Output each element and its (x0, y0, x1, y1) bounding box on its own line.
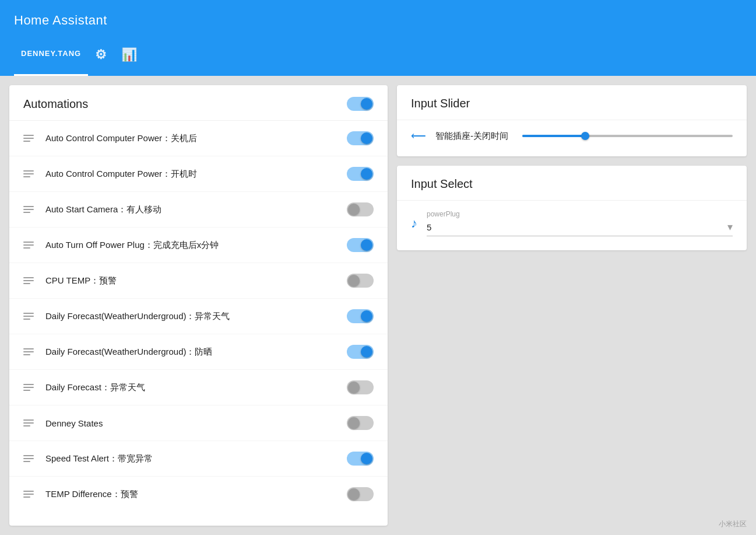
watermark: 小米社区 (719, 519, 747, 529)
automation-name: Auto Turn Off Power Plug：完成充电后x分钟 (45, 240, 347, 251)
tab-chart[interactable]: 📊 (114, 41, 145, 76)
automation-toggle[interactable] (347, 487, 374, 501)
menu-icon[interactable] (23, 348, 34, 355)
automation-toggle[interactable] (347, 380, 374, 394)
menu-icon[interactable] (23, 419, 34, 426)
select-row: ♪ powerPlug 5 ▾ (411, 210, 733, 236)
input-slider-card: Input Slider ⟵ 智能插座-关闭时间 (397, 85, 747, 156)
input-slider-header: Input Slider (397, 85, 747, 120)
automation-toggle[interactable] (347, 416, 374, 430)
input-select-card: Input Select ♪ powerPlug 5 ▾ (397, 166, 747, 250)
select-value: 5 (427, 222, 727, 232)
automation-name: Auto Control Computer Power：关机后 (45, 133, 347, 144)
app-header: Home Assistant DENNEY.TANG ⚙ 📊 (0, 0, 756, 76)
right-panel: Input Slider ⟵ 智能插座-关闭时间 Input S (397, 85, 747, 526)
automation-item: Auto Turn Off Power Plug：完成充电后x分钟 (9, 228, 388, 263)
automations-title: Automations (23, 97, 88, 111)
automation-name: Auto Control Computer Power：开机时 (45, 169, 347, 180)
automation-toggle[interactable] (347, 452, 374, 466)
automation-toggle[interactable] (347, 202, 374, 216)
menu-icon[interactable] (23, 313, 34, 320)
automation-name: Denney States (45, 418, 347, 428)
slider-thumb[interactable] (581, 132, 589, 140)
select-content: ♪ powerPlug 5 ▾ (397, 201, 747, 250)
slider-label: 智能插座-关闭时间 (435, 131, 508, 142)
automation-item: CPU TEMP：预警 (9, 263, 388, 299)
automation-toggle[interactable] (347, 274, 374, 288)
slider-row: ⟵ 智能插座-关闭时间 (411, 130, 733, 142)
menu-icon[interactable] (23, 277, 34, 284)
tab-user[interactable]: DENNEY.TANG (14, 41, 88, 76)
menu-icon[interactable] (23, 384, 34, 391)
automation-name: Daily Forecast(WeatherUndergroud)：防晒 (45, 347, 347, 358)
automation-toggle[interactable] (347, 238, 374, 252)
automation-item: Denney States (9, 405, 388, 441)
automation-item: Auto Control Computer Power：开机时 (9, 156, 388, 192)
slider-content: ⟵ 智能插座-关闭时间 (397, 120, 747, 156)
menu-icon[interactable] (23, 491, 34, 498)
automation-item: Daily Forecast(WeatherUndergroud)：防晒 (9, 334, 388, 370)
select-info: powerPlug 5 ▾ (427, 210, 733, 236)
input-select-header: Input Select (397, 166, 747, 201)
chevron-down-icon: ▾ (727, 221, 733, 233)
automation-item: Daily Forecast：异常天气 (9, 370, 388, 405)
automation-item: Daily Forecast(WeatherUndergroud)：异常天气 (9, 299, 388, 334)
slider-filled (522, 135, 585, 137)
select-dropdown[interactable]: 5 ▾ (427, 221, 733, 236)
main-nav: DENNEY.TANG ⚙ 📊 (0, 41, 756, 76)
chart-icon: 📊 (121, 47, 138, 62)
input-slider-title: Input Slider (411, 97, 470, 110)
automation-name: Speed Test Alert：带宽异常 (45, 453, 347, 464)
menu-icon[interactable] (23, 206, 34, 213)
automation-toggle[interactable] (347, 309, 374, 323)
automation-name: Auto Start Camera：有人移动 (45, 204, 347, 215)
automations-master-toggle[interactable] (347, 97, 374, 111)
automation-item: Auto Control Computer Power：关机后 (9, 121, 388, 156)
music-icon: ♪ (411, 216, 417, 231)
automation-item: Speed Test Alert：带宽异常 (9, 441, 388, 477)
automation-list: Auto Control Computer Power：关机后Auto Cont… (9, 121, 388, 512)
slider-track-container[interactable] (522, 135, 733, 137)
app-title: Home Assistant (14, 13, 107, 28)
slider-track (522, 135, 733, 137)
automations-header: Automations (9, 85, 388, 121)
automation-name: Daily Forecast：异常天气 (45, 382, 347, 393)
menu-icon[interactable] (23, 455, 34, 462)
automation-toggle[interactable] (347, 345, 374, 359)
gear-icon: ⚙ (95, 47, 107, 62)
menu-icon[interactable] (23, 170, 34, 177)
tab-user-label: DENNEY.TANG (21, 49, 81, 58)
automation-toggle[interactable] (347, 131, 374, 145)
automations-panel: Automations Auto Control Computer Power：… (9, 85, 388, 526)
automation-name: CPU TEMP：预警 (45, 275, 347, 286)
input-select-title: Input Select (411, 177, 473, 191)
menu-icon[interactable] (23, 135, 34, 142)
main-content: Automations Auto Control Computer Power：… (0, 76, 756, 535)
automation-name: Daily Forecast(WeatherUndergroud)：异常天气 (45, 311, 347, 322)
automation-item: TEMP Difference：预警 (9, 477, 388, 512)
automation-item: Auto Start Camera：有人移动 (9, 192, 388, 228)
menu-icon[interactable] (23, 242, 34, 249)
tab-config[interactable]: ⚙ (88, 41, 114, 76)
automation-toggle[interactable] (347, 167, 374, 181)
slider-icon: ⟵ (411, 130, 426, 142)
select-name: powerPlug (427, 210, 733, 218)
automation-name: TEMP Difference：预警 (45, 489, 347, 500)
